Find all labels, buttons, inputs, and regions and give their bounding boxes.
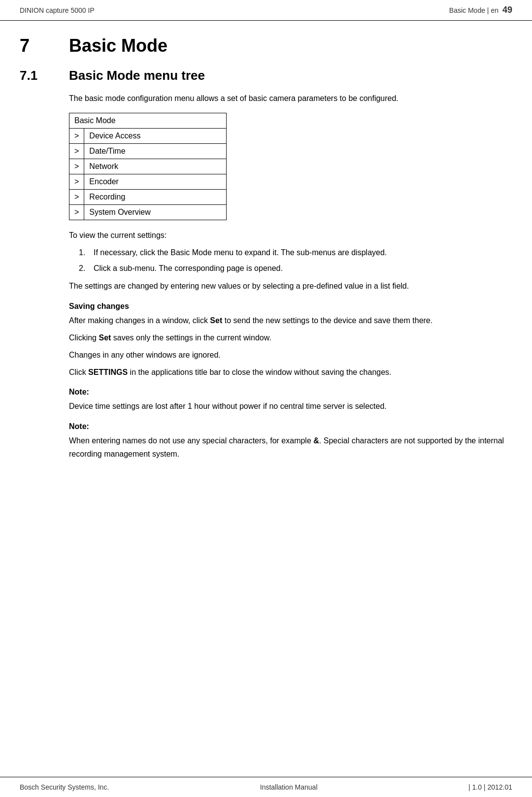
menu-item-encoder: Encoder xyxy=(84,174,227,189)
saving-paragraph-3: Changes in any other windows are ignored… xyxy=(69,348,512,362)
table-row: > Device Access xyxy=(69,128,227,143)
arrow-network: > xyxy=(69,159,84,174)
list-number-1: 1. xyxy=(79,246,88,259)
view-settings-intro: To view the current settings: xyxy=(69,229,512,242)
table-row: > Recording xyxy=(69,189,227,204)
table-header-row: Basic Mode xyxy=(69,113,227,128)
note2-bold: & xyxy=(313,436,319,445)
header-product-name: DINION capture 5000 IP xyxy=(20,6,95,14)
saving-p2-suffix: saves only the settings in the current w… xyxy=(111,333,271,342)
note1-text: Device time settings are lost after 1 ho… xyxy=(69,399,512,413)
saving-paragraph-4: Click SETTINGS in the applications title… xyxy=(69,365,512,379)
table-row: > System Overview xyxy=(69,204,227,220)
chapter-name: Basic Mode xyxy=(69,35,167,56)
list-item-1: 1. If necessary, click the Basic Mode me… xyxy=(79,246,512,259)
section-name: Basic Mode menu tree xyxy=(69,68,205,83)
table-row: > Encoder xyxy=(69,174,227,189)
section-title: 7.1 Basic Mode menu tree xyxy=(20,68,512,83)
list-text-1: If necessary, click the Basic Mode menu … xyxy=(94,246,387,259)
saving-p2-prefix: Clicking xyxy=(69,333,99,342)
saving-p4-suffix: in the applications title bar to close t… xyxy=(128,368,391,376)
saving-paragraph-2: Clicking Set saves only the settings in … xyxy=(69,331,512,344)
chapter-number: 7 xyxy=(20,35,49,56)
saving-p1-prefix: After making changes in a window, click xyxy=(69,316,210,325)
table-header: Basic Mode xyxy=(69,113,227,128)
content-area: The basic mode configuration menu allows… xyxy=(69,92,512,461)
header-right-section: Basic Mode | en 49 xyxy=(449,5,512,15)
menu-table: Basic Mode > Device Access > Date/Time >… xyxy=(69,113,227,220)
arrow-date-time: > xyxy=(69,143,84,159)
note2-prefix: When entering names do not use any speci… xyxy=(69,436,313,445)
table-row: > Network xyxy=(69,159,227,174)
intro-text: The basic mode configuration menu allows… xyxy=(69,92,512,105)
note2-text: When entering names do not use any speci… xyxy=(69,434,512,461)
menu-item-network: Network xyxy=(84,159,227,174)
after-steps-text: The settings are changed by entering new… xyxy=(69,279,512,293)
footer-company: Bosch Security Systems, Inc. xyxy=(20,783,109,791)
menu-item-system-overview: System Overview xyxy=(84,204,227,220)
saving-p4-bold: SETTINGS xyxy=(88,368,128,376)
header-section-label: Basic Mode | en xyxy=(449,6,499,14)
arrow-recording: > xyxy=(69,189,84,204)
note1-heading: Note: xyxy=(69,388,512,397)
arrow-encoder: > xyxy=(69,174,84,189)
saving-paragraph-1: After making changes in a window, click … xyxy=(69,314,512,327)
list-text-2: Click a sub-menu. The corresponding page… xyxy=(94,262,283,275)
arrow-device-access: > xyxy=(69,128,84,143)
numbered-list: 1. If necessary, click the Basic Mode me… xyxy=(79,246,512,274)
list-number-2: 2. xyxy=(79,262,88,275)
note2-heading: Note: xyxy=(69,422,512,431)
footer-version-date: | 1.0 | 2012.01 xyxy=(468,783,512,791)
section-number: 7.1 xyxy=(20,68,49,83)
chapter-title: 7 Basic Mode xyxy=(20,35,512,56)
footer-document-type: Installation Manual xyxy=(260,783,318,791)
page-header: DINION capture 5000 IP Basic Mode | en 4… xyxy=(0,0,532,21)
list-item-2: 2. Click a sub-menu. The corresponding p… xyxy=(79,262,512,275)
menu-item-device-access: Device Access xyxy=(84,128,227,143)
menu-item-recording: Recording xyxy=(84,189,227,204)
table-row: > Date/Time xyxy=(69,143,227,159)
page-footer: Bosch Security Systems, Inc. Installatio… xyxy=(0,777,532,797)
header-page-number: 49 xyxy=(502,5,512,15)
saving-p4-prefix: Click xyxy=(69,368,88,376)
menu-item-date-time: Date/Time xyxy=(84,143,227,159)
saving-p2-bold: Set xyxy=(99,333,111,342)
saving-changes-heading: Saving changes xyxy=(69,302,512,311)
arrow-system-overview: > xyxy=(69,204,84,220)
main-content: 7 Basic Mode 7.1 Basic Mode menu tree Th… xyxy=(0,21,532,777)
saving-p1-bold: Set xyxy=(210,316,222,325)
saving-p1-suffix: to send the new settings to the device a… xyxy=(222,316,432,325)
